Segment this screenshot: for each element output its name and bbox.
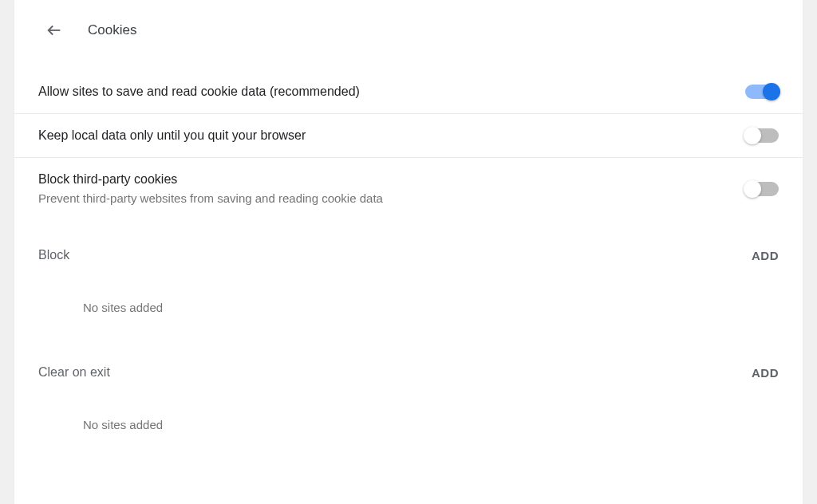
section-header: Clear on exit ADD xyxy=(38,365,779,380)
toggle-knob xyxy=(744,180,761,198)
section-header: Block ADD xyxy=(38,248,779,262)
toggle-knob xyxy=(744,127,761,144)
setting-text: Allow sites to save and read cookie data… xyxy=(38,85,360,99)
setting-title: Keep local data only until you quit your… xyxy=(38,128,306,143)
setting-text: Keep local data only until you quit your… xyxy=(38,128,306,143)
cookies-settings-page: Cookies Allow sites to save and read coo… xyxy=(14,0,803,504)
setting-keep-local-until-quit: Keep local data only until you quit your… xyxy=(14,114,803,158)
arrow-left-icon xyxy=(45,22,63,39)
toggle-knob xyxy=(763,83,780,100)
clear-on-exit-section: Clear on exit ADD No sites added xyxy=(14,337,803,454)
setting-block-third-party: Block third-party cookies Prevent third-… xyxy=(14,158,803,219)
block-section: Block ADD No sites added xyxy=(14,219,803,337)
setting-allow-cookies: Allow sites to save and read cookie data… xyxy=(14,70,803,114)
back-button[interactable] xyxy=(38,14,70,46)
section-title: Clear on exit xyxy=(38,365,110,380)
setting-subtitle: Prevent third-party websites from saving… xyxy=(38,191,383,205)
setting-title: Allow sites to save and read cookie data… xyxy=(38,85,360,99)
setting-text: Block third-party cookies Prevent third-… xyxy=(38,172,383,205)
page-header: Cookies xyxy=(14,14,803,70)
toggle-allow-cookies[interactable] xyxy=(745,85,779,99)
page-title: Cookies xyxy=(88,22,136,38)
block-empty-text: No sites added xyxy=(38,262,779,337)
add-clear-on-exit-site-button[interactable]: ADD xyxy=(752,366,779,380)
toggle-block-third-party[interactable] xyxy=(745,182,779,196)
section-title: Block xyxy=(38,248,69,262)
toggle-keep-local-until-quit[interactable] xyxy=(745,128,779,143)
add-block-site-button[interactable]: ADD xyxy=(752,249,779,262)
setting-title: Block third-party cookies xyxy=(38,172,383,187)
clear-on-exit-empty-text: No sites added xyxy=(38,380,779,454)
